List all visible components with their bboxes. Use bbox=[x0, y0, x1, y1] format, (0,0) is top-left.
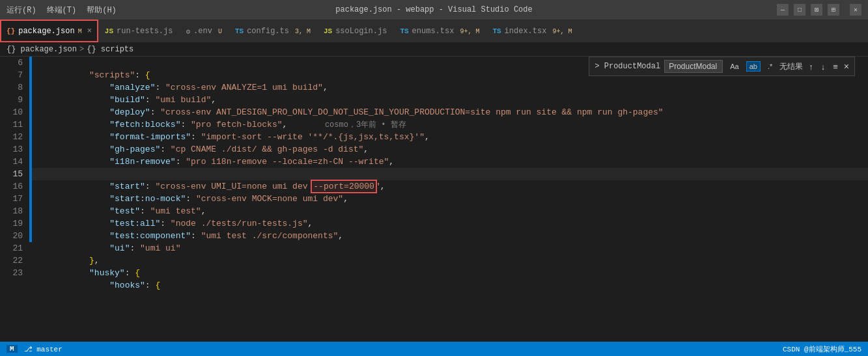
win-maximize[interactable]: □ bbox=[794, 4, 805, 16]
ln-7: 7 bbox=[0, 69, 23, 81]
search-close-btn[interactable]: × bbox=[844, 61, 849, 72]
menu-terminal[interactable]: 终端(T) bbox=[47, 5, 77, 16]
ln-14: 14 bbox=[0, 156, 23, 168]
ln-18: 18 bbox=[0, 205, 23, 217]
ln-16: 16 bbox=[0, 180, 23, 193]
code-line-23: "hooks": { bbox=[32, 267, 868, 279]
ln-19: 19 bbox=[0, 217, 23, 230]
tab-config-ts[interactable]: TS config.ts 3, M bbox=[229, 20, 317, 42]
menu-help[interactable]: 帮助(H) bbox=[87, 5, 117, 16]
tab-close-package-json[interactable]: × bbox=[87, 27, 92, 36]
git-modified-badge: M bbox=[7, 345, 18, 353]
title-bar: 运行(R) 终端(T) 帮助(H) package.json - webapp … bbox=[0, 0, 868, 20]
search-toggle-replace[interactable]: ≡ bbox=[831, 62, 840, 72]
tab-config-modified: 3, M bbox=[295, 28, 311, 35]
tab-icon-ts-config: TS bbox=[235, 27, 244, 35]
status-right: CSDN @前端架构师_555 bbox=[783, 344, 861, 354]
status-bar: M ⎇ master CSDN @前端架构师_555 bbox=[0, 342, 868, 356]
tab-icon-js: JS bbox=[105, 27, 113, 35]
code-line-15: "start": "cross-env UMI_UI=none umi dev … bbox=[32, 168, 868, 180]
ln-11: 11 bbox=[0, 118, 23, 131]
ln-6: 6 bbox=[0, 57, 23, 69]
code-content[interactable]: "scripts": { "analyze": "cross-env ANALY… bbox=[32, 57, 868, 356]
search-input[interactable] bbox=[664, 60, 723, 73]
tab-enums-tsx[interactable]: TS enums.tsx 9+, M bbox=[393, 20, 486, 42]
tab-icon-ts-index: TS bbox=[492, 27, 501, 35]
tab-label-package-json: package.json bbox=[18, 27, 74, 36]
ln-23: 23 bbox=[0, 267, 23, 279]
tab-icon-json: {} bbox=[7, 27, 15, 35]
tab-label-env: .env bbox=[193, 27, 212, 36]
search-whole-word[interactable]: ab bbox=[746, 61, 761, 72]
search-regex[interactable]: .* bbox=[764, 61, 776, 72]
ln-9: 9 bbox=[0, 94, 23, 106]
tab-icon-gear: ⚙ bbox=[186, 27, 190, 36]
code-line-11: "format-imports": "import-sort --write '… bbox=[32, 118, 868, 131]
code-line-21: }, bbox=[32, 242, 868, 254]
code-line-9: "deploy": "cross-env ANT_DESIGN_PRO_ONLY… bbox=[32, 94, 868, 106]
ln-17: 17 bbox=[0, 193, 23, 205]
tab-env-modified: U bbox=[218, 28, 222, 35]
tab-bar: {} package.json M × JS run-tests.js ⚙ .e… bbox=[0, 20, 868, 42]
tab-label-ssoLogin: ssoLogin.js bbox=[335, 27, 387, 36]
ln-12: 12 bbox=[0, 131, 23, 143]
ln-10: 10 bbox=[0, 106, 23, 118]
search-widget: > ProductModal Aa ab .* 无结果 ↑ ↓ ≡ × bbox=[589, 57, 855, 76]
win-minimize[interactable]: — bbox=[777, 4, 789, 16]
tab-label-run-tests: run-tests.js bbox=[117, 27, 173, 36]
search-trigger-label: > ProductModal bbox=[595, 62, 660, 71]
ln-20: 20 bbox=[0, 230, 23, 242]
tab-run-tests[interactable]: JS run-tests.js bbox=[98, 20, 180, 42]
editor-area: > ProductModal Aa ab .* 无结果 ↑ ↓ ≡ × 6 7 … bbox=[0, 57, 868, 356]
tab-label-config-ts: config.ts bbox=[247, 27, 289, 36]
status-left: M ⎇ master bbox=[7, 345, 63, 353]
code-line-20: "ui": "umi ui" bbox=[32, 230, 868, 242]
window-controls[interactable]: — □ ⊠ ⊞ ✕ bbox=[777, 4, 861, 16]
breadcrumb-scripts[interactable]: {} scripts bbox=[87, 45, 133, 54]
code-line-18: "test:all": "node ./tests/run-tests.js", bbox=[32, 205, 868, 217]
code-line-10: "fetch:blocks": "pro fetch-blocks", cosm… bbox=[32, 106, 868, 118]
code-line-8: "build": "umi build", bbox=[32, 81, 868, 94]
line-numbers: 6 7 8 9 10 11 12 13 14 15 16 17 18 19 20… bbox=[0, 57, 29, 356]
menu-bar[interactable]: 运行(R) 终端(T) 帮助(H) bbox=[7, 5, 117, 16]
csdn-watermark: CSDN @前端架构师_555 bbox=[783, 344, 861, 354]
git-branch: ⎇ master bbox=[24, 345, 63, 353]
breadcrumb-file[interactable]: {} package.json bbox=[7, 45, 77, 54]
tab-index-modified: 9+, M bbox=[552, 28, 572, 35]
menu-run[interactable]: 运行(R) bbox=[7, 5, 36, 16]
tab-enums-modified: 9+, M bbox=[460, 28, 479, 35]
ln-13: 13 bbox=[0, 143, 23, 156]
tab-icon-ts-enums: TS bbox=[400, 27, 408, 35]
ln-22: 22 bbox=[0, 254, 23, 267]
tab-modified-badge: M bbox=[78, 28, 82, 35]
code-line-13: "i18n-remove": "pro i18n-remove --locale… bbox=[32, 143, 868, 156]
ln-8: 8 bbox=[0, 81, 23, 94]
search-no-result: 无结果 bbox=[779, 61, 803, 72]
tab-icon-js-sso: JS bbox=[324, 27, 332, 35]
tab-label-enums: enums.tsx bbox=[412, 27, 455, 36]
win-restore[interactable]: ⊠ bbox=[811, 4, 822, 16]
tab-label-index: index.tsx bbox=[505, 27, 547, 36]
search-next[interactable]: ↓ bbox=[819, 62, 828, 72]
code-line-14: "prettier": "prettier -c --write \"**/*\… bbox=[32, 156, 868, 168]
win-close[interactable]: ✕ bbox=[850, 4, 861, 16]
code-line-22: "husky": { bbox=[32, 254, 868, 267]
breadcrumb-sep1: > bbox=[79, 45, 84, 54]
ln-15: 15 bbox=[0, 168, 23, 180]
breadcrumb: {} package.json > {} scripts bbox=[0, 42, 868, 57]
tab-ssoLogin[interactable]: JS ssoLogin.js bbox=[317, 20, 393, 42]
code-line-17: "test": "umi test", bbox=[32, 193, 868, 205]
tab-index-tsx[interactable]: TS index.tsx 9+, M bbox=[486, 20, 578, 42]
code-line-19: "test:component": "umi test ./src/compon… bbox=[32, 217, 868, 230]
code-line-16: "start:no-mock": "cross-env MOCK=none um… bbox=[32, 180, 868, 193]
window-title: package.json - webapp - Visual Studio Co… bbox=[335, 5, 532, 14]
tab-package-json[interactable]: {} package.json M × bbox=[0, 20, 98, 42]
search-case-sensitive[interactable]: Aa bbox=[727, 61, 742, 72]
tab-env[interactable]: ⚙ .env U bbox=[179, 20, 228, 42]
win-split[interactable]: ⊞ bbox=[828, 4, 839, 16]
ln-21: 21 bbox=[0, 242, 23, 254]
search-prev[interactable]: ↑ bbox=[807, 62, 815, 72]
code-line-12: "gh-pages": "cp CNAME ./dist/ && gh-page… bbox=[32, 131, 868, 143]
